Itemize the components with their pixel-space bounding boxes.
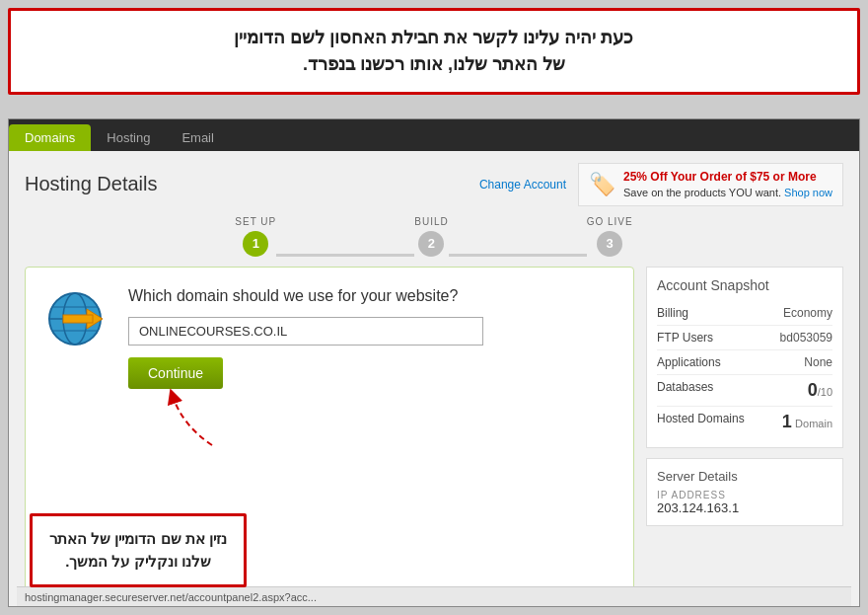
snapshot-row-db: Databases 0/10 <box>657 375 832 407</box>
steps-bar: SET UP 1 BUILD 2 GO LIVE 3 <box>25 216 843 257</box>
top-annotation-text: כעת יהיה עלינו לקשר את חבילת האחסון לשם … <box>31 25 837 78</box>
step-circle-3: 3 <box>597 231 622 257</box>
server-box: Server Details IP ADDRESS 203.124.163.1 <box>646 458 843 526</box>
tab-hosting[interactable]: Hosting <box>91 124 166 151</box>
snapshot-label-apps: Applications <box>657 355 721 369</box>
promo-sub: Save on the products YOU want. <box>623 187 781 198</box>
setup-question: Which domain should we use for your webs… <box>128 287 614 305</box>
snapshot-title: Account Snapshot <box>657 277 832 293</box>
header-row: Hosting Details Change Account 🏷️ 25% Of… <box>25 163 843 206</box>
snapshot-val-apps: None <box>804 355 832 369</box>
tab-domains[interactable]: Domains <box>9 124 91 151</box>
snapshot-label-ftp: FTP Users <box>657 331 713 345</box>
promo-percent: 25% Off Your Order of $75 or More <box>623 170 817 184</box>
step-circle-1: 1 <box>243 231 268 257</box>
snapshot-label-billing: Billing <box>657 306 688 320</box>
step-setup: SET UP 1 <box>235 216 276 257</box>
nav-bar: Domains Hosting Email <box>9 119 859 151</box>
snapshot-box: Account Snapshot Billing Economy FTP Use… <box>646 267 843 448</box>
step-circle-2: 2 <box>418 231 444 257</box>
snapshot-val-db: 0/10 <box>808 380 832 401</box>
server-ip-label: IP ADDRESS <box>657 490 832 500</box>
status-bar: hostingmanager.secureserver.net/accountp… <box>17 586 851 606</box>
promo-link[interactable]: Shop now <box>784 187 832 198</box>
bottom-annotation-box: נזין את שם הדומיין של האתר שלנו ונקליק ע… <box>30 513 247 587</box>
server-title: Server Details <box>657 469 832 484</box>
snapshot-val-billing: Economy <box>783 306 832 320</box>
status-url: hostingmanager.secureserver.net/accountp… <box>25 591 317 603</box>
snapshot-label-db: Databases <box>657 380 713 401</box>
page-title: Hosting Details <box>25 173 158 195</box>
server-ip-value: 203.124.163.1 <box>657 500 832 515</box>
header-right: Change Account 🏷️ 25% Off Your Order of … <box>479 163 843 206</box>
change-account-link[interactable]: Change Account <box>479 178 566 192</box>
snapshot-label-hosted: Hosted Domains <box>657 412 745 432</box>
snapshot-row-ftp: FTP Users bd053059 <box>657 326 832 350</box>
promo-icon: 🏷️ <box>589 172 615 197</box>
bottom-annotation-text: נזין את שם הדומיין של האתר שלנו ונקליק ע… <box>46 528 230 573</box>
svg-rect-6 <box>63 315 93 323</box>
sidebar: Account Snapshot Billing Economy FTP Use… <box>646 267 843 594</box>
step-line-2 <box>449 254 587 257</box>
globe-icon <box>45 287 108 350</box>
step-build: BUILD 2 <box>414 216 448 257</box>
step-line-1 <box>276 254 414 257</box>
domain-input[interactable] <box>128 317 483 346</box>
promo-box: 🏷️ 25% Off Your Order of $75 or More Sav… <box>578 163 843 206</box>
snapshot-row-hosted: Hosted Domains 1 Domain <box>657 407 832 437</box>
snapshot-val-hosted: 1 Domain <box>782 412 832 432</box>
dashed-arrow <box>153 376 232 455</box>
step-golive: GO LIVE 3 <box>587 216 633 257</box>
snapshot-row-billing: Billing Economy <box>657 301 832 326</box>
setup-form: Which domain should we use for your webs… <box>128 287 614 389</box>
top-annotation-box: כעת יהיה עלינו לקשר את חבילת האחסון לשם … <box>8 8 860 95</box>
snapshot-val-ftp: bd053059 <box>780 331 832 345</box>
tab-email[interactable]: Email <box>166 124 230 151</box>
promo-text: 25% Off Your Order of $75 or More Save o… <box>623 170 832 199</box>
snapshot-row-apps: Applications None <box>657 350 832 375</box>
